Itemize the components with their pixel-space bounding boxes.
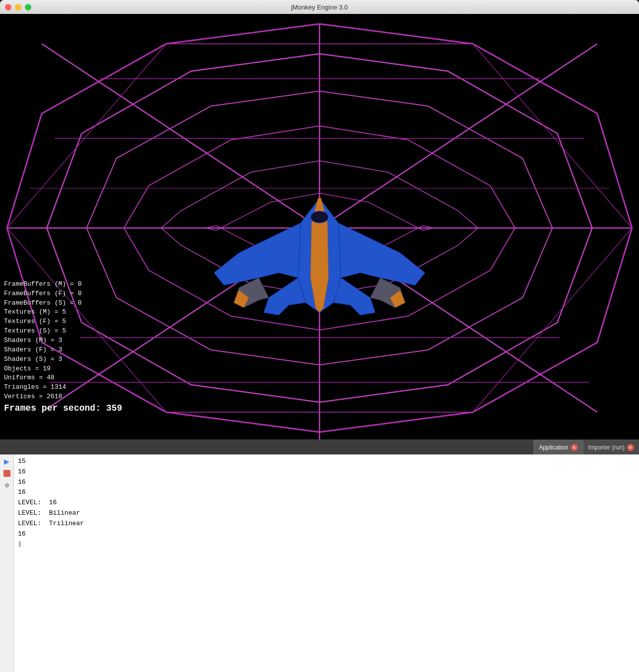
stat-textures-s: Textures (S) = 5 bbox=[4, 327, 122, 336]
console-line-6: LEVEL: Bilinear bbox=[18, 508, 635, 519]
tab-bar: Application ✕ Importer (run) ✕ bbox=[0, 440, 639, 454]
window-title: jMonkey Engine 3.0 bbox=[291, 3, 348, 11]
title-bar: jMonkey Engine 3.0 bbox=[0, 0, 639, 14]
close-button[interactable] bbox=[5, 4, 11, 10]
console-line-5: LEVEL: 16 bbox=[18, 498, 635, 508]
stat-shaders-f: Shaders (F) = 3 bbox=[4, 345, 122, 355]
console-output[interactable]: 15 16 16 16 LEVEL: 16 LEVEL: Bilinear LE… bbox=[14, 454, 639, 672]
console-panel: ▶ ⚙ 15 16 16 16 LEVEL: 16 LEVEL: Bilinea… bbox=[0, 454, 639, 672]
tab-importer[interactable]: Importer (run) ✕ bbox=[583, 440, 639, 454]
stat-shaders-s: Shaders (S) = 3 bbox=[4, 355, 122, 364]
stat-textures-m: Textures (M) = 5 bbox=[4, 308, 122, 317]
run-icon[interactable]: ▶ bbox=[2, 456, 12, 466]
svg-point-36 bbox=[311, 211, 328, 223]
minimize-button[interactable] bbox=[15, 4, 21, 10]
console-sidebar: ▶ ⚙ bbox=[0, 454, 14, 672]
console-line-3: 16 bbox=[18, 477, 635, 488]
stop-icon[interactable] bbox=[2, 468, 12, 478]
stat-vertices: Vertices = 2618 bbox=[4, 392, 122, 402]
stat-shaders-m: Shaders (M) = 3 bbox=[4, 336, 122, 345]
fps-counter: Frames per second: 359 bbox=[4, 403, 122, 413]
stat-framebuffers-f: FrameBuffers (F) = 0 bbox=[4, 289, 122, 299]
stat-framebuffers-s: FrameBuffers (S) = 0 bbox=[4, 299, 122, 308]
console-line-1: 15 bbox=[18, 456, 635, 467]
tab-importer-label: Importer (run) bbox=[588, 444, 625, 451]
stat-framebuffers-m: FrameBuffers (M) = 0 bbox=[4, 280, 122, 289]
stats-overlay: FrameBuffers (M) = 0 FrameBuffers (F) = … bbox=[4, 280, 122, 415]
tab-application-close[interactable]: ✕ bbox=[571, 444, 578, 451]
console-cursor-line bbox=[18, 539, 635, 550]
console-line-8: 16 bbox=[18, 529, 635, 540]
stat-triangles: Triangles = 1314 bbox=[4, 383, 122, 392]
console-line-7: LEVEL: Trilinear bbox=[18, 519, 635, 529]
console-line-2: 16 bbox=[18, 467, 635, 477]
build-icon[interactable]: ⚙ bbox=[2, 480, 12, 490]
maximize-button[interactable] bbox=[25, 4, 31, 10]
stat-textures-f: Textures (F) = 5 bbox=[4, 317, 122, 327]
window-controls bbox=[5, 4, 31, 10]
game-viewport: FrameBuffers (M) = 0 FrameBuffers (F) = … bbox=[0, 14, 639, 440]
tab-importer-close[interactable]: ✕ bbox=[627, 444, 634, 451]
console-line-4: 16 bbox=[18, 487, 635, 498]
stat-objects: Objects = 19 bbox=[4, 364, 122, 374]
tab-application-label: Application bbox=[539, 444, 568, 451]
stat-uniforms: Uniforms = 48 bbox=[4, 373, 122, 383]
tab-application[interactable]: Application ✕ bbox=[533, 440, 583, 454]
